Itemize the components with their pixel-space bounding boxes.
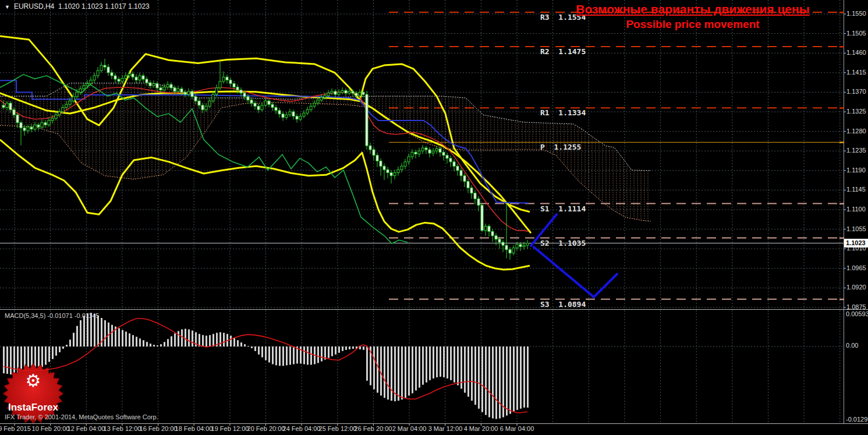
current-price-tag: 1.1023 (844, 239, 868, 247)
axis-mark-R1 (839, 107, 844, 109)
chart-title: ▼EURUSD,H4 1.1020 1.1023 1.1017 1.1023 (5, 2, 150, 10)
ichimoku-cloud (0, 83, 651, 222)
logo-text: InstaForex (8, 402, 59, 413)
price-axis-label: 1.1415 (846, 69, 866, 76)
price-axis-label: 1.1145 (846, 186, 866, 193)
macd-scale-max: 0.00593 (846, 310, 868, 317)
pivot-label-P: P 1.1255 (540, 143, 581, 151)
price-axis-label: 1.0965 (846, 264, 866, 271)
gear-icon: ⚙ (26, 371, 41, 390)
pivot-label-R1: R1 1.1334 (540, 108, 586, 117)
axis-mark-S1 (839, 203, 844, 205)
price-axis-label: 1.1235 (846, 147, 866, 154)
price-axis-label: 1.1280 (846, 128, 866, 135)
price-axis-label: 1.1325 (846, 108, 866, 115)
pivot-label-S3: S3 1.0894 (540, 300, 586, 309)
price-axis-label: 1.0875 (846, 303, 866, 310)
chart-canvas[interactable]: ⚙InstaForex (0, 0, 868, 435)
price-axis-label: 1.1550 (846, 10, 866, 17)
chart-window: ⚙InstaForex ▼EURUSD,H4 1.1020 1.1023 1.1… (0, 0, 868, 435)
macd-pane: ⚙InstaForex (0, 310, 844, 424)
price-axis-label: 1.1505 (846, 30, 866, 37)
symbol-timeframe: EURUSD,H4 (14, 2, 54, 10)
price-axis-label: 1.1055 (846, 225, 866, 232)
price-axis-label: 1.1370 (846, 88, 866, 95)
macd-scale-min: -0.01299 (846, 416, 868, 423)
pivot-label-R2: R2 1.1475 (540, 47, 586, 56)
price-axis-label: 1.1190 (846, 167, 866, 174)
macd-value: -0.01071 (47, 312, 72, 319)
chevron-down-icon[interactable]: ▼ (5, 4, 10, 10)
macd-signal-value: -0.01145 (75, 312, 100, 319)
copyright-text: IFX Trader, © 2001-2014, MetaQuotes Soft… (5, 413, 158, 420)
axis-mark-S2 (839, 238, 844, 239)
pivot-label-S1: S1 1.1114 (540, 204, 586, 213)
annotation-russian: Возможные варианты движения цены (544, 2, 841, 16)
macd-indicator-label: MACD(5,34,5) -0.01071 -0.01145 (5, 312, 99, 319)
annotation-english: Possible price movement (544, 18, 841, 31)
time-axis-label: 6 Mar 04:00 (490, 425, 544, 432)
price-axis-label: 1.1100 (846, 206, 866, 213)
pivot-label-S2: S2 1.1035 (540, 239, 586, 247)
main-pane (0, 0, 844, 309)
axis-mark-R2 (839, 46, 844, 48)
axis-mark-P (839, 142, 844, 143)
axis-mark-S3 (839, 299, 844, 300)
forecast-line-down (534, 247, 617, 297)
macd-scale-zero: 0.00 (846, 342, 858, 349)
price-axis-label: 1.0920 (846, 284, 866, 291)
price-axis-label: 1.1460 (846, 49, 866, 56)
ohlc-values: 1.1020 1.1023 1.1017 1.1023 (58, 2, 150, 10)
